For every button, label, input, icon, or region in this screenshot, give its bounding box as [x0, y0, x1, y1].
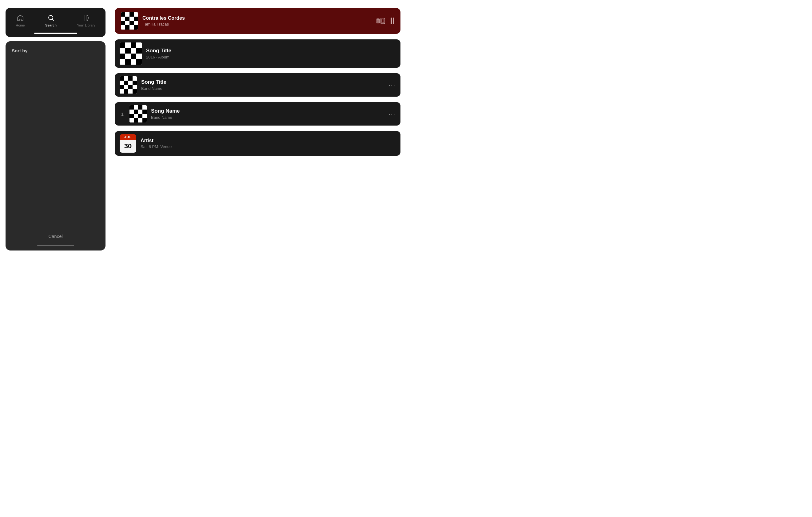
- tab-home-label: Home: [16, 23, 25, 27]
- pause-bar-right: [393, 18, 394, 24]
- svg-rect-56: [124, 89, 128, 93]
- svg-rect-28: [131, 43, 136, 48]
- svg-rect-40: [131, 59, 136, 65]
- svg-rect-44: [124, 76, 128, 81]
- song-title-2: Song Title: [141, 79, 384, 85]
- speaker-icon: [376, 18, 385, 24]
- svg-rect-52: [124, 85, 128, 89]
- svg-rect-51: [120, 85, 124, 89]
- svg-line-1: [52, 19, 54, 21]
- event-day: 30: [120, 140, 136, 153]
- tab-home[interactable]: Home: [16, 14, 25, 27]
- device-icon[interactable]: [376, 18, 385, 24]
- song-subtitle-1: 2016 · Album: [146, 55, 396, 59]
- svg-rect-58: [133, 89, 137, 93]
- search-icon: [47, 14, 55, 22]
- tab-search-label: Search: [45, 23, 57, 27]
- song-artwork-3: [129, 105, 147, 123]
- svg-rect-16: [134, 21, 138, 25]
- svg-rect-17: [121, 25, 125, 30]
- song-artwork-1: [120, 43, 142, 65]
- svg-rect-13: [121, 21, 125, 25]
- more-options-button-2[interactable]: ···: [388, 82, 396, 89]
- song-row-1[interactable]: Song Title 2016 · Album: [115, 39, 401, 68]
- svg-rect-45: [128, 76, 133, 81]
- svg-rect-35: [125, 54, 131, 59]
- event-details: Sat, 8 PM· Venue: [141, 144, 396, 149]
- svg-rect-12: [134, 17, 138, 21]
- sort-panel: Sort by Cancel: [5, 41, 106, 250]
- song-row-3[interactable]: 1 Song Name: [115, 102, 401, 126]
- svg-rect-39: [125, 59, 131, 65]
- svg-rect-38: [120, 59, 125, 65]
- tab-search[interactable]: Search: [45, 14, 57, 27]
- svg-rect-34: [120, 54, 125, 59]
- now-playing-info: Contra les Cordes Família Fracàs: [142, 16, 372, 26]
- sort-by-label: Sort by: [12, 48, 99, 53]
- svg-rect-47: [120, 81, 124, 85]
- svg-rect-65: [134, 110, 138, 114]
- now-playing-controls: [376, 18, 394, 24]
- svg-rect-31: [125, 48, 131, 54]
- svg-rect-30: [120, 48, 125, 54]
- svg-rect-26: [120, 43, 125, 48]
- svg-rect-9: [121, 17, 125, 21]
- svg-rect-29: [136, 43, 142, 48]
- svg-rect-67: [142, 110, 147, 114]
- svg-rect-55: [120, 89, 124, 93]
- library-icon: [82, 14, 90, 22]
- svg-rect-71: [142, 114, 147, 118]
- tab-library[interactable]: Your Library: [77, 14, 95, 27]
- more-options-button-3[interactable]: ···: [388, 110, 396, 117]
- cancel-button[interactable]: Cancel: [12, 228, 99, 243]
- now-playing-artist: Família Fracàs: [142, 22, 372, 26]
- song-row-2[interactable]: Song Title Band Name ···: [115, 73, 401, 97]
- home-icon: [17, 14, 24, 22]
- now-playing-card[interactable]: Contra les Cordes Família Fracàs: [115, 8, 401, 34]
- svg-rect-8: [134, 12, 138, 17]
- svg-rect-75: [142, 118, 147, 123]
- svg-rect-50: [133, 81, 137, 85]
- svg-rect-61: [134, 105, 138, 110]
- svg-rect-48: [124, 81, 128, 85]
- svg-rect-63: [142, 105, 147, 110]
- song-subtitle-2: Band Name: [141, 86, 384, 91]
- svg-rect-70: [138, 114, 142, 118]
- svg-rect-62: [138, 105, 142, 110]
- svg-rect-32: [131, 48, 136, 54]
- song-subtitle-3: Band Name: [151, 115, 384, 120]
- svg-rect-64: [129, 110, 134, 114]
- event-artist: Artist: [141, 138, 396, 143]
- svg-rect-57: [128, 89, 133, 93]
- svg-rect-27: [125, 43, 131, 48]
- svg-rect-14: [125, 21, 129, 25]
- svg-rect-18: [125, 25, 129, 30]
- svg-rect-11: [129, 17, 134, 21]
- right-panel: Contra les Cordes Família Fracàs: [115, 8, 401, 250]
- svg-rect-10: [125, 17, 129, 21]
- now-playing-artwork: [121, 12, 138, 30]
- svg-rect-37: [136, 54, 142, 59]
- now-playing-title: Contra les Cordes: [142, 16, 372, 21]
- svg-rect-53: [128, 85, 133, 89]
- left-panel: Home Search Your Library: [5, 8, 106, 250]
- pause-button[interactable]: [390, 18, 394, 24]
- nav-tabs: Home Search Your Library: [5, 14, 106, 31]
- song-info-2: Song Title Band Name: [141, 79, 384, 91]
- bottom-indicator: [37, 245, 74, 246]
- svg-rect-72: [129, 118, 134, 123]
- tab-library-label: Your Library: [77, 23, 95, 27]
- svg-rect-24: [382, 19, 384, 23]
- event-info: Artist Sat, 8 PM· Venue: [141, 138, 396, 149]
- svg-rect-66: [138, 110, 142, 114]
- svg-rect-68: [129, 114, 134, 118]
- event-row[interactable]: JUL 30 Artist Sat, 8 PM· Venue: [115, 131, 401, 156]
- svg-rect-46: [133, 76, 137, 81]
- song-title-1: Song Title: [146, 48, 396, 54]
- song-title-3: Song Name: [151, 108, 384, 114]
- event-date-box: JUL 30: [120, 134, 136, 153]
- svg-rect-33: [136, 48, 142, 54]
- svg-rect-6: [125, 12, 129, 17]
- sort-options-area: [12, 58, 99, 228]
- pause-bar-left: [390, 18, 392, 24]
